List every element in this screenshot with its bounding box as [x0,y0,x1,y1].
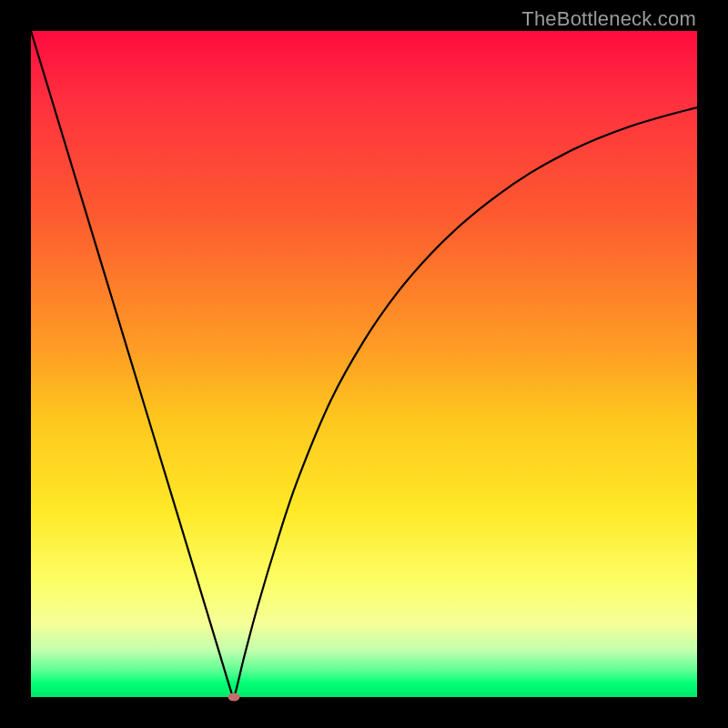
watermark-text: TheBottleneck.com [521,7,696,31]
bottleneck-curve [31,31,697,697]
curve-path [31,31,697,700]
plot-area [31,31,697,697]
chart-stage: TheBottleneck.com [0,0,728,728]
